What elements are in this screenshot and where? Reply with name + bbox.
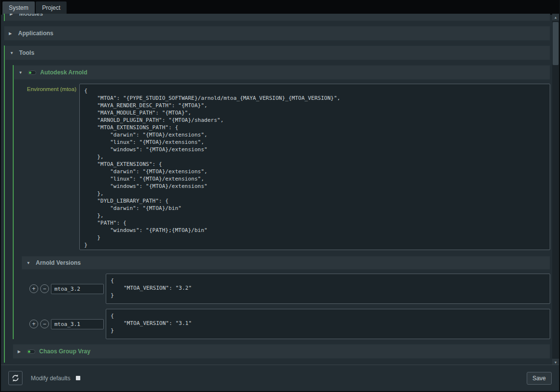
section-header-applications[interactable]: Applications — [4, 26, 550, 41]
arnold-content: Environment (mtoa) { "MTOA": "{PYPE_STUD… — [14, 84, 550, 339]
section-arnold-versions: Arnold Versions { "MTOA_VERSION": "3.2" … — [22, 256, 550, 339]
version-name-input[interactable] — [51, 284, 104, 294]
section-title-applications: Applications — [18, 30, 53, 37]
chevron-down-icon — [26, 261, 32, 265]
section-header-tools[interactable]: Tools — [5, 46, 550, 60]
refresh-button[interactable] — [8, 371, 23, 385]
scrollbar-thumb[interactable] — [553, 22, 559, 65]
version-row: { "MTOA_VERSION": "3.1" } — [29, 309, 550, 339]
vertical-scrollbar[interactable] — [552, 14, 559, 366]
add-version-button[interactable] — [29, 320, 38, 328]
group-chaos-group-vray: Chaos Group Vray — [13, 344, 550, 359]
toggle-knob — [28, 350, 30, 353]
refresh-icon — [11, 374, 20, 382]
chevron-down-icon — [10, 51, 15, 55]
settings-window: System Project Modules Applications Tool… — [0, 0, 560, 392]
chevron-right-icon — [9, 31, 14, 36]
tools-content: Autodesk Arnold Environment (mtoa) { "MT… — [5, 65, 550, 363]
version-json-textarea[interactable]: { "MTOA_VERSION": "3.1" } — [106, 309, 550, 339]
group-header-autodesk-arnold[interactable]: Autodesk Arnold — [14, 65, 550, 80]
section-header-arnold-versions[interactable]: Arnold Versions — [22, 256, 550, 270]
version-row: { "MTOA_VERSION": "3.2" } — [29, 274, 550, 304]
tab-project[interactable]: Project — [36, 1, 67, 15]
settings-scroll-area: Modules Applications Tools — [1, 14, 552, 365]
modify-defaults-indicator[interactable] — [76, 376, 80, 380]
tab-bar: System Project — [1, 0, 559, 15]
arnold-versions-list: { "MTOA_VERSION": "3.2" } { "MTOA_VERSIO… — [22, 274, 550, 339]
chevron-down-icon — [19, 70, 24, 75]
section-tools: Tools Autodesk Arnold Env — [4, 46, 550, 363]
group-title-autodesk-arnold: Autodesk Arnold — [40, 69, 87, 76]
environment-label: Environment (mtoa) — [22, 84, 76, 92]
section-modules: Modules — [4, 14, 550, 21]
remove-version-button[interactable] — [40, 284, 49, 293]
footer-bar: Modify defaults Save — [1, 365, 559, 391]
toggle-knob — [29, 71, 31, 74]
chevron-right-icon — [18, 349, 23, 354]
remove-version-button[interactable] — [40, 320, 49, 328]
chevron-right-icon — [10, 14, 15, 16]
section-title-modules: Modules — [19, 14, 43, 17]
version-json-textarea[interactable]: { "MTOA_VERSION": "3.2" } — [106, 274, 550, 304]
enabled-toggle-icon[interactable] — [28, 70, 36, 75]
modify-defaults-label: Modify defaults — [31, 375, 70, 382]
enabled-toggle-icon[interactable] — [27, 349, 35, 354]
group-header-chaos-group-vray[interactable]: Chaos Group Vray — [13, 344, 550, 359]
save-button[interactable]: Save — [527, 372, 552, 385]
tab-system[interactable]: System — [2, 1, 35, 15]
section-header-modules[interactable]: Modules — [5, 14, 550, 21]
section-title-arnold-versions: Arnold Versions — [36, 259, 81, 266]
add-version-button[interactable] — [29, 284, 38, 293]
environment-json-textarea[interactable]: { "MTOA": "{PYPE_STUDIO_SOFTWARE}/arnold… — [79, 84, 550, 250]
version-name-input[interactable] — [51, 319, 104, 329]
section-applications: Applications — [4, 26, 550, 41]
group-autodesk-arnold: Autodesk Arnold Environment (mtoa) { "MT… — [13, 65, 550, 339]
environment-row: Environment (mtoa) { "MTOA": "{PYPE_STUD… — [22, 84, 550, 250]
section-title-tools: Tools — [19, 49, 34, 56]
group-title-chaos-group-vray: Chaos Group Vray — [39, 348, 91, 355]
scroll-up-arrow-icon[interactable] — [552, 14, 559, 21]
